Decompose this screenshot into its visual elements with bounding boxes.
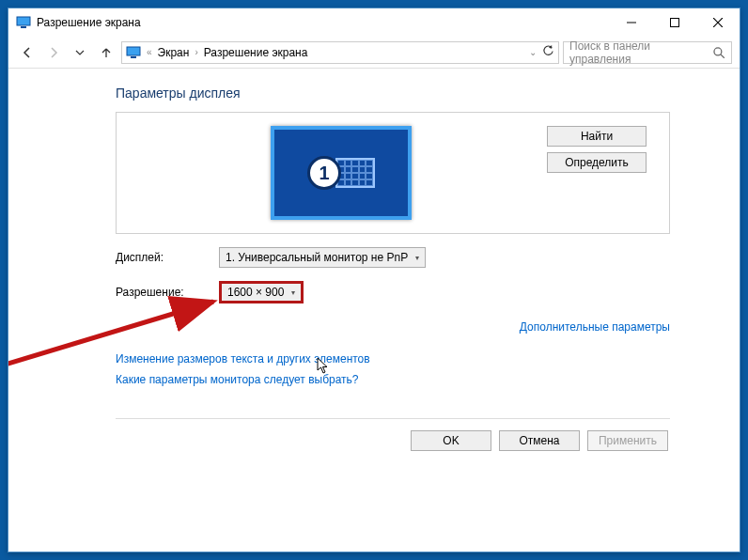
close-button[interactable]	[696, 8, 740, 37]
monitor-app-icon	[16, 15, 31, 30]
minimize-button[interactable]	[610, 8, 653, 37]
forward-button[interactable]	[42, 41, 65, 64]
identify-button[interactable]: Определить	[547, 152, 647, 173]
chevron-down-icon: ▾	[291, 288, 295, 297]
svg-rect-0	[17, 17, 30, 25]
breadcrumb-root-chevron[interactable]: «	[147, 47, 152, 57]
display-row: Дисплей: 1. Универсальный монитор не PnP…	[116, 247, 670, 268]
refresh-button[interactable]	[542, 45, 554, 60]
resolution-combobox[interactable]: 1600 × 900 ▾	[219, 281, 304, 303]
monitor-number-badge: 1	[307, 156, 341, 190]
search-placeholder: Поиск в панели управления	[569, 39, 712, 66]
recent-menu-button[interactable]	[69, 41, 91, 64]
maximize-button[interactable]	[653, 8, 696, 37]
cancel-button[interactable]: Отмена	[499, 430, 580, 451]
apply-button[interactable]: Применить	[587, 430, 668, 451]
svg-rect-7	[131, 56, 136, 58]
monitor-grid-icon	[335, 158, 375, 188]
find-button[interactable]: Найти	[547, 126, 647, 147]
titlebar: Разрешение экрана	[8, 8, 740, 37]
window-title: Разрешение экрана	[37, 16, 141, 29]
resolution-row: Разрешение: 1600 × 900 ▾	[116, 281, 670, 303]
which-params-link[interactable]: Какие параметры монитора следует выбрать…	[116, 373, 670, 386]
display-value: 1. Универсальный монитор не PnP	[226, 251, 408, 264]
content-area: Параметры дисплея 1 Найти	[8, 69, 740, 552]
resolution-value: 1600 × 900	[227, 286, 284, 299]
svg-point-8	[714, 47, 722, 54]
display-label: Дисплей:	[116, 251, 219, 264]
navbar: « Экран › Разрешение экрана ⌄ Поиск в па…	[8, 37, 740, 69]
svg-rect-6	[127, 47, 140, 55]
address-bar[interactable]: « Экран › Разрешение экрана ⌄	[121, 41, 559, 64]
breadcrumb-seg-screen[interactable]: Экран	[158, 46, 190, 59]
page-heading: Параметры дисплея	[116, 86, 670, 101]
chevron-down-icon: ▾	[415, 254, 419, 262]
window-controls	[610, 8, 740, 37]
svg-rect-1	[21, 26, 26, 28]
address-dropdown-icon[interactable]: ⌄	[529, 47, 537, 57]
window-frame: Разрешение экрана « Экран › Разрешение э…	[8, 8, 740, 552]
ok-button[interactable]: OK	[411, 430, 491, 451]
text-size-link[interactable]: Изменение размеров текста и других элеме…	[116, 352, 670, 366]
search-box[interactable]: Поиск в панели управления	[563, 41, 732, 64]
svg-line-9	[721, 54, 725, 57]
breadcrumb-seg-resolution[interactable]: Разрешение экрана	[204, 46, 308, 59]
search-icon[interactable]	[712, 46, 725, 59]
display-preview-panel: 1 Найти Определить	[116, 112, 670, 234]
resolution-label: Разрешение:	[116, 286, 219, 299]
breadcrumb-monitor-icon	[126, 45, 141, 60]
chevron-right-icon: ›	[195, 47, 197, 57]
footer-buttons: OK Отмена Применить	[116, 419, 670, 451]
display-combobox[interactable]: 1. Универсальный монитор не PnP ▾	[219, 247, 426, 268]
svg-rect-3	[671, 19, 679, 27]
up-button[interactable]	[95, 41, 117, 64]
advanced-settings-link[interactable]: Дополнительные параметры	[520, 320, 670, 334]
back-button[interactable]	[16, 41, 39, 64]
monitor-preview[interactable]: 1	[271, 126, 412, 220]
